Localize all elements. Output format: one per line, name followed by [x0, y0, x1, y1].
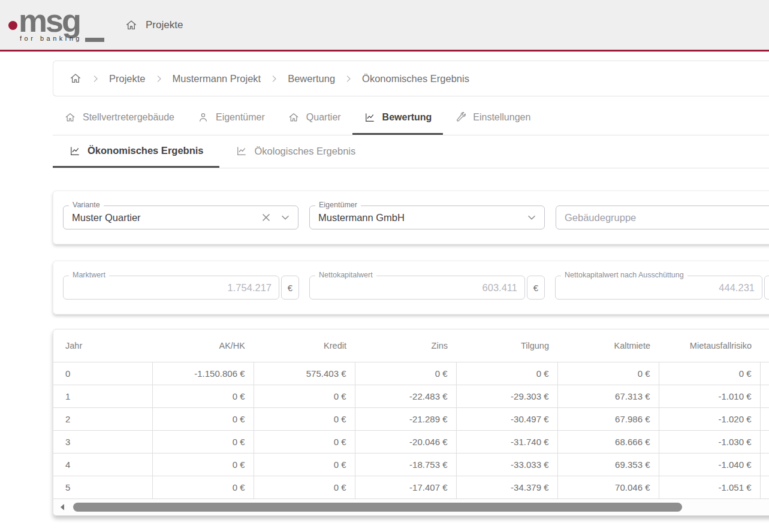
nettokapitalwert-unit: € [527, 276, 545, 300]
table-cell: 0 € [456, 362, 557, 385]
tab-label: Eigentümer [216, 112, 265, 123]
table-cell: 0 € [254, 430, 355, 453]
table-row-5: 50 €0 €-17.407 €-34.379 €70.046 €-1.051 … [53, 476, 769, 498]
nettokapitalwert-nach-ausschuettung-group: Nettokapitalwert nach Ausschüttung € [555, 276, 769, 300]
table-cell: 0 € [355, 362, 456, 385]
person-icon [197, 111, 209, 123]
gebaeudegruppe-input[interactable] [556, 206, 769, 229]
table-cell: -1.150.806 € [152, 362, 254, 385]
table-cell: 575.403 € [254, 362, 355, 385]
table-cell: 70.046 € [557, 476, 659, 498]
table-cell: 0 € [254, 453, 355, 476]
breadcrumb-item-1[interactable]: Mustermann Projekt [173, 73, 261, 84]
variante-label: Variante [69, 201, 104, 209]
tab-label: Stellvertretergebäude [83, 112, 174, 123]
tab-label: Einstellungen [473, 112, 530, 123]
table-cell: -20.046 € [355, 430, 456, 453]
logo-subtext: for banking [20, 35, 82, 42]
wrench-icon [454, 111, 466, 123]
subtab-oekonomisches-ergebnis[interactable]: Ökonomisches Ergebnis [53, 135, 219, 168]
home-icon [288, 111, 300, 123]
logo-text: msg [19, 8, 80, 33]
marktwert-group: Marktwert € [63, 276, 299, 300]
tab-label: Quartier [306, 112, 341, 123]
column-header-2: Kredit [254, 330, 355, 362]
gebaeudegruppe-field [556, 205, 769, 229]
table-cell: 0 € [254, 385, 355, 407]
nettokapitalwert-nach-ausschuettung-unit: € [764, 276, 769, 300]
nettokapitalwert-field: Nettokapitalwert [309, 276, 525, 300]
chart-icon [236, 145, 248, 157]
chart-icon [69, 145, 81, 157]
table-cell: -31.740 € [456, 430, 557, 453]
tab-einstellungen[interactable]: Einstellungen [443, 101, 542, 135]
column-header-1: AK/HK [152, 330, 254, 362]
variante-field: Variante [63, 205, 298, 229]
tab-bewertung[interactable]: Bewertung [352, 101, 444, 135]
app-header: msg for banking Projekte [0, 0, 769, 52]
breadcrumb-separator-icon [270, 74, 279, 83]
breadcrumb-separator-icon [155, 74, 164, 83]
tab-label: Ökonomisches Ergebnis [88, 145, 203, 156]
nettokapitalwert-input [310, 276, 524, 299]
results-table: JahrAK/HKKreditZinsTilgungKaltmieteMieta… [53, 330, 769, 498]
clear-icon[interactable] [260, 211, 273, 224]
logo-dot [8, 21, 17, 30]
table-cell: 0 € [659, 362, 760, 385]
table-row-3: 30 €0 €-20.046 €-31.740 €68.666 €-1.030 … [53, 430, 769, 453]
table-cell: 0 € [152, 407, 254, 430]
table-cell-ghost [760, 385, 769, 407]
scroll-left-icon[interactable] [58, 502, 68, 512]
table-cell: -1.020 € [659, 407, 760, 430]
table-cell: 2 [53, 407, 152, 430]
sub-tabs: Ökonomisches ErgebnisÖkologisches Ergebn… [53, 135, 769, 168]
table-cell: -1.040 € [659, 453, 760, 476]
summary-card: Marktwert € Nettokapitalwert € Nettokapi… [53, 261, 769, 315]
table-cell: 5 [53, 476, 152, 498]
table-cell: -30.497 € [456, 407, 557, 430]
marktwert-label: Marktwert [69, 271, 109, 279]
table-cell: 67.313 € [557, 385, 659, 407]
breadcrumb-item-3[interactable]: Ökonomisches Ergebnis [362, 73, 469, 84]
table-cell: 0 € [152, 476, 254, 498]
nettokapitalwert-nach-ausschuettung-input [556, 276, 762, 299]
variante-input[interactable] [64, 206, 260, 229]
table-cell: 0 € [254, 476, 355, 498]
eigentuemer-input[interactable] [310, 206, 525, 229]
table-cell: 0 € [254, 407, 355, 430]
results-table-card: JahrAK/HKKreditZinsTilgungKaltmieteMieta… [53, 329, 769, 516]
table-cell: 69.353 € [557, 453, 659, 476]
table-cell: 0 € [152, 385, 254, 407]
msg-logo: msg for banking [8, 8, 104, 41]
breadcrumb-home-icon[interactable] [69, 72, 82, 85]
table-cell: -18.753 € [355, 453, 456, 476]
tab-stellvertretergebaeude[interactable]: Stellvertretergebäude [53, 101, 186, 135]
breadcrumb-item-0[interactable]: Projekte [109, 73, 146, 84]
page-title: Projekte [146, 19, 183, 31]
main-tabs: StellvertretergebäudeEigentümerQuartierB… [53, 101, 769, 135]
marktwert-input [64, 276, 279, 299]
marktwert-unit: € [281, 276, 299, 300]
table-cell: 0 [53, 362, 152, 385]
tab-eigentuemer[interactable]: Eigentümer [186, 101, 276, 135]
chevron-down-icon[interactable] [525, 211, 538, 224]
table-row-2: 20 €0 €-21.289 €-30.497 €67.986 €-1.020 … [53, 407, 769, 430]
tab-quartier[interactable]: Quartier [276, 101, 352, 135]
breadcrumb-item-2[interactable]: Bewertung [288, 73, 335, 84]
table-cell: -21.289 € [355, 407, 456, 430]
scrollbar-thumb[interactable] [73, 503, 682, 512]
header-page-title-group: Projekte [125, 19, 183, 32]
table-cell: -22.483 € [355, 385, 456, 407]
table-cell: 0 € [152, 430, 254, 453]
column-header-3: Zins [355, 330, 456, 362]
table-row-4: 40 €0 €-18.753 €-33.033 €69.353 €-1.040 … [53, 453, 769, 476]
table-cell: 0 € [557, 362, 659, 385]
subtab-oekologisches-ergebnis[interactable]: Ökologisches Ergebnis [219, 135, 372, 168]
home-icon [125, 19, 138, 32]
table-cell-ghost [760, 453, 769, 476]
horizontal-scrollbar [53, 498, 769, 515]
table-cell: 4 [53, 453, 152, 476]
nettokapitalwert-label: Nettokapitalwert [315, 271, 376, 279]
chevron-down-icon[interactable] [279, 211, 292, 224]
filter-card: Variante Eigentümer [53, 191, 769, 244]
